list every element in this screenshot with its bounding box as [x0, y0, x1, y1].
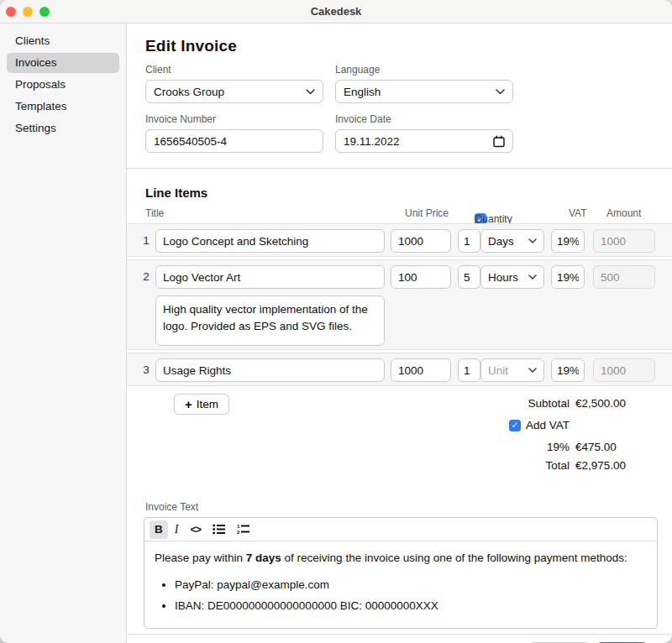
chevron-down-icon: [306, 89, 315, 95]
add-item-label: Item: [197, 398, 218, 410]
svg-text:1: 1: [237, 524, 240, 529]
sidebar-item-templates[interactable]: Templates: [7, 97, 119, 117]
subtotal-label: Subtotal: [528, 397, 570, 410]
line-item-row: 1 Days: [127, 223, 672, 257]
edit-invoice-panel: Edit Invoice Client Crooks Group Languag…: [127, 24, 672, 643]
app-window: Cakedesk Clients Invoices Proposals Temp…: [0, 0, 672, 643]
amount-output: [593, 229, 655, 253]
language-select-value: English: [344, 86, 496, 98]
sidebar-item-proposals[interactable]: Proposals: [7, 75, 119, 95]
sidebar: Clients Invoices Proposals Templates Set…: [0, 24, 127, 643]
quantity-input[interactable]: [458, 358, 480, 382]
vat-input[interactable]: [551, 265, 585, 289]
bullet-list-icon: [213, 524, 225, 535]
item-description-textarea[interactable]: High quality vector implementation of th…: [155, 295, 385, 346]
language-select[interactable]: English: [335, 80, 513, 103]
unit-price-input[interactable]: [391, 358, 451, 382]
window-title: Cakedesk: [0, 5, 672, 18]
line-item-row: 2 Hours High quality vector implementati…: [127, 259, 672, 350]
page-title: Edit Invoice: [145, 37, 658, 55]
row-index: 1: [139, 224, 154, 258]
sidebar-item-invoices[interactable]: Invoices: [7, 53, 119, 73]
subtotal-value: €2,500.00: [575, 397, 658, 410]
amount-output: [593, 358, 655, 382]
ordered-list-icon: 1 2: [237, 524, 249, 535]
quantity-input[interactable]: [458, 229, 480, 253]
add-vat-checkbox[interactable]: ✓: [509, 420, 521, 431]
unit-price-input[interactable]: [391, 265, 451, 289]
unit-select-value: Hours: [488, 271, 528, 284]
total-label: Total: [545, 459, 570, 472]
column-vat: VAT: [569, 207, 587, 219]
add-vat-label: Add VAT: [526, 419, 570, 431]
sidebar-item-clients[interactable]: Clients: [7, 31, 119, 51]
chevron-down-icon: [496, 89, 505, 95]
invoice-number-input[interactable]: [145, 129, 323, 153]
row-index: 3: [139, 353, 154, 387]
editor-toolbar: B I <> 1: [144, 518, 657, 541]
invoice-date-input[interactable]: 19.11.2022: [335, 129, 513, 153]
invoice-date-label: Invoice Date: [335, 113, 513, 125]
editor-content[interactable]: Please pay within 7 days of receiving th…: [144, 541, 657, 628]
section-divider: [127, 168, 672, 169]
bullet-list-button[interactable]: [207, 520, 230, 539]
ordered-list-button[interactable]: 1 2: [232, 520, 255, 539]
vat-input[interactable]: [551, 358, 585, 382]
unit-select-value: Days: [488, 235, 528, 248]
footer-actions: Cancel Save: [145, 635, 658, 643]
amount-output: [593, 265, 655, 289]
sidebar-item-settings[interactable]: Settings: [7, 118, 119, 139]
line-items-heading: Line Items: [145, 186, 658, 200]
unit-select-placeholder: Unit: [488, 364, 528, 377]
unit-price-input[interactable]: [391, 229, 451, 253]
client-label: Client: [145, 64, 323, 76]
add-item-button[interactable]: + Item: [174, 394, 229, 415]
client-select[interactable]: Crooks Group: [145, 80, 323, 103]
column-unit-price: Unit Price: [405, 207, 449, 219]
item-title-input[interactable]: [155, 265, 385, 289]
bold-button[interactable]: B: [150, 520, 168, 539]
vat-value: €475.00: [575, 441, 658, 453]
client-select-value: Crooks Group: [154, 86, 306, 98]
unit-select[interactable]: Hours: [480, 265, 544, 289]
item-title-input[interactable]: [155, 229, 385, 253]
item-title-input[interactable]: [155, 358, 385, 382]
code-button[interactable]: <>: [185, 520, 206, 539]
invoice-text-label: Invoice Text: [145, 501, 658, 513]
row-index: 2: [139, 260, 154, 294]
line-item-row: 3 Unit: [127, 353, 672, 386]
unit-select[interactable]: Unit: [480, 358, 544, 382]
invoice-date-value: 19.11.2022: [344, 135, 493, 148]
payment-terms-paragraph: Please pay within 7 days of receiving th…: [155, 550, 647, 567]
chevron-down-icon: [528, 274, 537, 280]
chevron-down-icon: [528, 368, 537, 373]
list-item: IBAN: DE000000000000000000 BIC: 00000000…: [175, 598, 647, 614]
total-value: €2,975.00: [575, 459, 658, 472]
chevron-down-icon: [528, 238, 537, 243]
language-label: Language: [335, 64, 513, 76]
column-title: Title: [145, 207, 164, 219]
bold-text: 7 days: [246, 552, 281, 564]
rich-text-editor: B I <> 1: [144, 517, 658, 629]
calendar-icon[interactable]: [493, 135, 505, 148]
totals-section: + Item Subtotal €2,500.00 ✓ Add VAT 19%: [145, 392, 658, 479]
titlebar: Cakedesk: [0, 0, 672, 24]
vat-input[interactable]: [551, 229, 585, 253]
column-amount: Amount: [606, 207, 641, 219]
list-item: PayPal: paypal@example.com: [175, 577, 647, 593]
invoice-text-section: Invoice Text B I <>: [145, 501, 658, 629]
quantity-input[interactable]: [458, 265, 480, 289]
svg-text:2: 2: [237, 530, 240, 535]
payment-methods-list: PayPal: paypal@example.com IBAN: DE00000…: [155, 577, 647, 614]
italic-button[interactable]: I: [170, 520, 184, 539]
line-items-column-headers: Title Unit Price ✓ Quantity VAT Amount: [145, 200, 658, 223]
unit-select[interactable]: Days: [480, 229, 544, 253]
invoice-number-label: Invoice Number: [145, 113, 323, 125]
vat-rate-label: 19%: [547, 441, 570, 453]
invoice-header-form: Client Crooks Group Language English Inv…: [145, 64, 658, 163]
plus-icon: +: [185, 398, 192, 410]
